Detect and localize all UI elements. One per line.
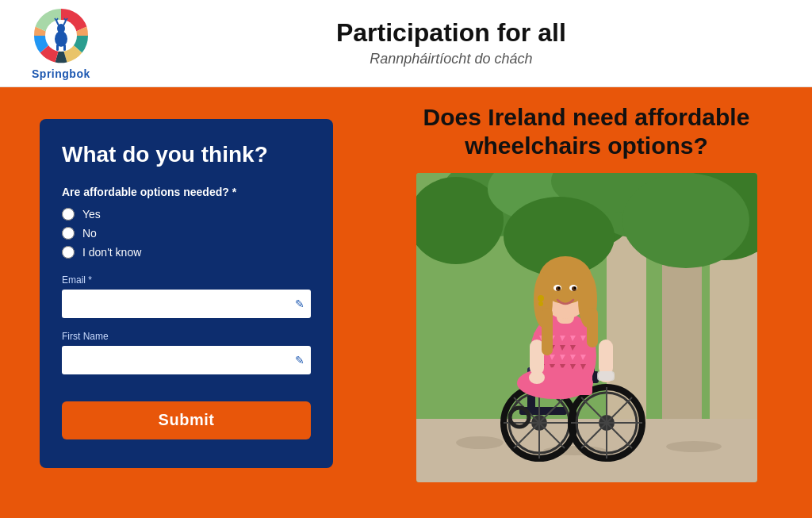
svg-point-88	[557, 287, 560, 290]
radio-option-dontknow[interactable]: I don't know	[62, 246, 311, 259]
header-title-area: Participation for all Rannpháirtíocht do…	[122, 19, 780, 67]
radio-input-dontknow[interactable]	[62, 246, 75, 259]
firstname-label: First Name	[62, 331, 311, 342]
logo-text: Springbok	[32, 67, 90, 80]
svg-point-89	[573, 287, 576, 290]
svg-point-91	[538, 301, 543, 306]
right-panel: Does Ireland need affordable wheelchairs…	[361, 87, 812, 518]
svg-point-30	[666, 441, 722, 452]
question-heading-line1: Does Ireland need affordable	[423, 104, 750, 130]
logo-area: Springbok	[32, 7, 90, 80]
email-input-wrapper: ✎	[62, 290, 311, 318]
firstname-input-wrapper: ✎	[62, 346, 311, 374]
svg-rect-83	[587, 308, 598, 347]
radio-group: Yes No I don't know	[62, 208, 311, 259]
firstname-input[interactable]	[62, 346, 311, 374]
header-subtitle: Rannpháirtíocht do chách	[370, 51, 532, 67]
form-title: What do you think?	[62, 141, 311, 168]
submit-button[interactable]: Submit	[62, 401, 311, 439]
radio-input-no[interactable]	[62, 227, 75, 240]
svg-rect-92	[597, 371, 615, 381]
svg-point-90	[538, 295, 544, 301]
photo-area	[416, 173, 757, 482]
page-header: Springbok Participation for all Rannphái…	[0, 0, 812, 87]
header-title: Participation for all	[336, 19, 566, 47]
svg-point-26	[622, 173, 749, 268]
radio-option-no[interactable]: No	[62, 227, 311, 240]
radio-option-yes[interactable]: Yes	[62, 208, 311, 221]
svg-rect-15	[710, 252, 757, 427]
radio-label-no: No	[82, 227, 97, 240]
svg-point-28	[456, 436, 504, 449]
email-field-group: Email * ✎	[62, 274, 311, 318]
svg-point-75	[529, 371, 545, 384]
question-heading: Does Ireland need affordable wheelchairs…	[408, 103, 766, 160]
radio-label-yes: Yes	[82, 208, 101, 221]
main-content: What do you think? Are affordable option…	[0, 87, 812, 518]
email-input[interactable]	[62, 290, 311, 318]
question-heading-line2: wheelchairs options?	[465, 132, 708, 159]
svg-rect-4	[56, 44, 59, 51]
svg-rect-5	[63, 44, 66, 51]
svg-rect-82	[542, 308, 553, 355]
radio-input-yes[interactable]	[62, 208, 75, 221]
radio-question-label: Are affordable options needed? *	[62, 186, 311, 198]
svg-point-72	[517, 367, 593, 399]
email-label: Email *	[62, 274, 311, 286]
logo-circle	[33, 7, 90, 64]
firstname-field-group: First Name ✎	[62, 331, 311, 374]
left-panel: What do you think? Are affordable option…	[0, 87, 361, 518]
form-card: What do you think? Are affordable option…	[40, 119, 333, 468]
radio-label-dontknow: I don't know	[82, 246, 141, 259]
